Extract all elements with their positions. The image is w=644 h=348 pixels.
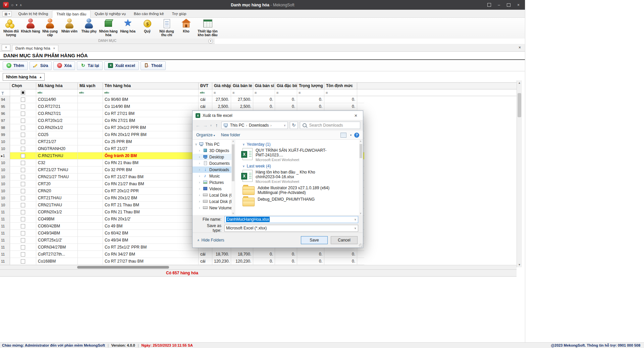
- tree-item-local-disk-c[interactable]: ›Local Disk (C:): [193, 192, 235, 198]
- fullscreen-button[interactable]: [487, 3, 491, 7]
- row-checkbox[interactable]: [21, 112, 25, 116]
- filter-cell[interactable]: aBc: [199, 89, 212, 96]
- organize-button[interactable]: Organize▾: [196, 133, 215, 137]
- them-button[interactable]: +Thêm: [3, 61, 28, 70]
- filter-cell[interactable]: [10, 89, 36, 96]
- xuat-excel-button[interactable]: XXuất excel: [104, 61, 139, 70]
- row-checkbox[interactable]: [21, 175, 25, 179]
- row-checkbox[interactable]: [21, 105, 25, 109]
- row-checkbox[interactable]: [21, 217, 25, 221]
- cancel-button[interactable]: Cancel: [331, 236, 358, 244]
- column-header-gia-ban-le[interactable]: Giá bán lẻ: [231, 83, 253, 89]
- column-header-ma-hang-hoa[interactable]: Mã hàng hóa: [36, 83, 78, 89]
- chevron-expanded-icon[interactable]: ∨: [195, 142, 198, 146]
- ribbon-item-nhan-vien[interactable]: Nhân viên: [60, 18, 79, 39]
- scroll-up-icon[interactable]: ∧: [359, 140, 362, 143]
- hscroll-thumb[interactable]: [77, 266, 169, 269]
- column-header[interactable]: [0, 83, 10, 89]
- scroll-down-icon[interactable]: ▼: [517, 262, 522, 267]
- row-checkbox[interactable]: [21, 252, 25, 257]
- chevron-collapsed-icon[interactable]: ›: [199, 187, 202, 191]
- table-row[interactable]: 95CO.RT27/21Co 114/90 BMcái2,500.2,500.0…: [0, 103, 364, 110]
- maximize-button[interactable]: [507, 3, 511, 7]
- ribbon-tab-quan-ly-nghiep-vu[interactable]: Quản lý nghiệp vụ: [91, 10, 130, 17]
- tree-item-new-volume-g[interactable]: ›New Volume (G:): [193, 205, 235, 211]
- tree-item-documents[interactable]: ›Documents: [193, 160, 235, 166]
- up-icon[interactable]: ↑: [214, 123, 219, 128]
- ribbon-item-hang-hoa[interactable]: ★Hàng hóa: [118, 18, 138, 39]
- tree-scrollbar[interactable]: ∧ ∨: [231, 140, 235, 215]
- tree-item-music[interactable]: ›Music: [193, 173, 235, 179]
- xoa-button[interactable]: −Xóa: [53, 61, 75, 70]
- hide-folders-button[interactable]: ∧ Hide Folders: [197, 238, 224, 242]
- filter-cell[interactable]: =: [324, 89, 357, 96]
- address-dropdown-icon[interactable]: ∨: [284, 124, 286, 127]
- vertical-scrollbar[interactable]: ▲ ▼: [517, 80, 522, 267]
- row-checkbox[interactable]: [21, 168, 25, 172]
- column-header-vt[interactable]: ĐVT: [199, 83, 212, 89]
- thoat-button[interactable]: Thoát: [141, 61, 166, 70]
- scroll-up-icon[interactable]: ∧: [231, 140, 235, 143]
- ribbon-tab-thiet-lap-ban-au[interactable]: Thiết lập ban đầu: [52, 10, 91, 18]
- row-checkbox[interactable]: [21, 210, 25, 214]
- row-checkbox[interactable]: [21, 161, 25, 165]
- nhom-hang-hoa-dropdown[interactable]: Nhóm hàng hóa ▴: [3, 73, 45, 81]
- column-header-gia-ban-si[interactable]: Giá bán sỉ: [253, 83, 275, 89]
- row-checkbox[interactable]: [21, 147, 25, 151]
- column-header-ten-hang-hoa[interactable]: Tên hàng hóa: [103, 83, 199, 89]
- ribbon-item-thiet-lap-ton-kho-ban-au[interactable]: Thiết lập tồn kho ban đầu: [196, 18, 219, 39]
- ribbon-item-nhom-oi-tuong[interactable]: Nhóm đối tượng: [1, 18, 21, 39]
- row-checkbox[interactable]: [21, 196, 25, 200]
- customize-toolbar-icon[interactable]: ∧: [20, 3, 22, 7]
- minimize-button[interactable]: –: [498, 3, 500, 7]
- column-header-trong-luong[interactable]: Trọng lượng: [297, 83, 324, 89]
- close-tab-button-right[interactable]: ×: [519, 45, 521, 50]
- quick-access-icon[interactable]: ○: [11, 3, 13, 7]
- horizontal-scrollbar[interactable]: [0, 265, 517, 269]
- chevron-collapsed-icon[interactable]: ›: [199, 181, 202, 184]
- close-tab-button-left[interactable]: ×: [2, 45, 10, 51]
- row-checkbox[interactable]: [21, 126, 25, 130]
- view-dropdown-icon[interactable]: ▾: [350, 134, 352, 137]
- ribbon-item-kho[interactable]: Kho: [176, 18, 196, 39]
- ribbon-item-nha-cung-cap[interactable]: Nhà cung cấp: [40, 18, 60, 39]
- tree-item-local-disk-e[interactable]: ›Local Disk (E:): [193, 198, 235, 205]
- chevron-down-icon[interactable]: ∨: [354, 218, 356, 221]
- row-checkbox[interactable]: [21, 245, 25, 250]
- row-checkbox[interactable]: [21, 182, 25, 186]
- column-header-ma-vach[interactable]: Mã vạch: [78, 83, 103, 89]
- row-checkbox[interactable]: [21, 238, 25, 242]
- tree-item-videos[interactable]: ›Videos: [193, 186, 235, 192]
- table-row[interactable]: 94CO114/90Co 90/60 BMcái27,500.27,500.0.…: [0, 96, 364, 103]
- dialog-close-button[interactable]: ×: [349, 111, 363, 120]
- chevron-collapsed-icon[interactable]: ›: [199, 149, 202, 152]
- filter-cell[interactable]: =: [212, 89, 231, 96]
- files-scrollbar[interactable]: ∧ ∨: [359, 140, 363, 215]
- column-header-gia-nhap[interactable]: Giá nhập: [212, 83, 231, 89]
- ribbon-item-khach-hang[interactable]: Khách hàng: [21, 18, 40, 39]
- file-item[interactable]: Debug_DEMO_PHUMYTHANG: [243, 197, 358, 206]
- quick-access-dropdown-icon[interactable]: ▾: [16, 3, 17, 7]
- tree-item-downloads[interactable]: ›Downloads: [193, 166, 235, 173]
- table-row[interactable]: 11CoRT27/27th...Co RN 34/27 BMcái18,700.…: [0, 251, 364, 258]
- filter-cell[interactable]: [0, 89, 10, 96]
- row-checkbox[interactable]: [21, 231, 25, 235]
- row-checkbox[interactable]: [21, 154, 25, 158]
- chevron-collapsed-icon[interactable]: ›: [199, 161, 202, 165]
- filter-cell[interactable]: aBc: [36, 89, 78, 96]
- chevron-down-icon[interactable]: ∨: [354, 227, 356, 230]
- new-folder-button[interactable]: New folder: [221, 133, 240, 137]
- chevron-collapsed-icon[interactable]: ›: [199, 168, 202, 171]
- file-group-header-yesterday-1[interactable]: ∨Yesterday (1): [243, 142, 358, 147]
- chevron-collapsed-icon[interactable]: ›: [199, 155, 202, 159]
- row-checkbox[interactable]: [21, 259, 25, 264]
- filter-cell[interactable]: =: [231, 89, 253, 96]
- tree-item-pictures[interactable]: ›Pictures: [193, 179, 235, 186]
- ribbon-item-noi-dung-thu-chi[interactable]: Nội dung thu chi: [157, 18, 176, 39]
- tab-close-icon[interactable]: ×: [53, 47, 55, 50]
- sua-button[interactable]: Sửa: [30, 61, 52, 70]
- tab-danh-muc-hang-hoa[interactable]: Danh mục hàng hóa ×: [12, 45, 58, 52]
- chevron-collapsed-icon[interactable]: ›: [199, 193, 202, 197]
- view-mode-icon[interactable]: [340, 133, 346, 138]
- help-icon[interactable]: ?: [354, 133, 359, 138]
